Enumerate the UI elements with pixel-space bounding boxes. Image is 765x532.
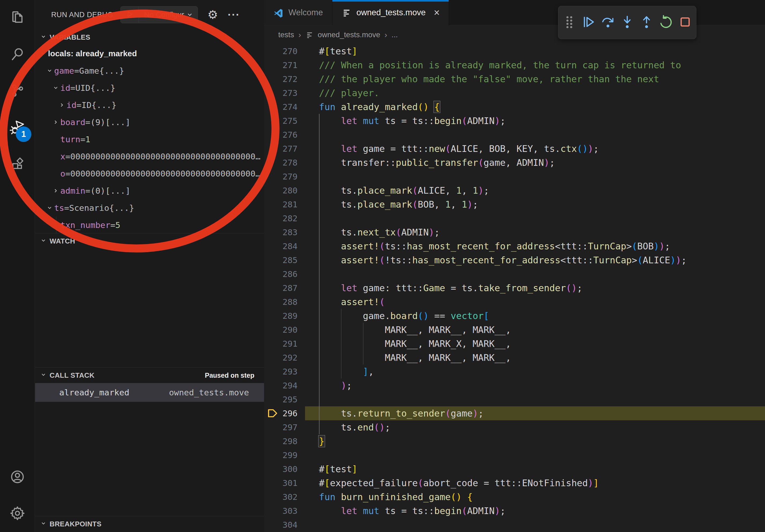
step-into-button[interactable]	[619, 14, 635, 31]
code-line-content[interactable]: let mut ts = ts::begin(ADMIN);	[305, 114, 765, 128]
line-number[interactable]: 291	[264, 337, 305, 351]
line-number[interactable]: 293	[264, 365, 305, 379]
variable-row[interactable]: board = (9)[...]	[35, 114, 264, 131]
line-number[interactable]: 302	[264, 490, 305, 504]
activity-bar-item-settings[interactable]	[0, 496, 35, 532]
chevron-right-icon[interactable]	[51, 187, 60, 194]
line-number[interactable]: 292	[264, 351, 305, 365]
code-line-content[interactable]: ts.place_mark(BOB, 1, 1);	[305, 197, 765, 211]
code-line-content[interactable]	[305, 448, 765, 462]
code-line-content[interactable]: let game = ttt::new(ALICE, BOB, KEY, ts.…	[305, 142, 765, 155]
variable-row[interactable]: o = 000000000000000000000000000000000000…	[35, 165, 264, 182]
chevron-down-icon[interactable]	[51, 84, 60, 91]
line-number[interactable]: 273	[264, 86, 305, 100]
breakpoints-section-header[interactable]: BREAKPOINTS	[35, 516, 264, 532]
code-line-content[interactable]: ],	[305, 365, 765, 379]
config-dropdown-label[interactable]: No Configur	[139, 10, 186, 19]
chevron-right-icon[interactable]	[51, 119, 60, 126]
code-line-content[interactable]: assert!(	[305, 295, 765, 309]
chevron-down-icon[interactable]	[39, 50, 48, 57]
line-number[interactable]: 287	[264, 281, 305, 295]
line-number[interactable]: 286	[264, 267, 305, 281]
code-line-content[interactable]	[305, 267, 765, 281]
activity-bar-item-explorer[interactable]	[0, 0, 35, 36]
line-number[interactable]: 279	[264, 169, 305, 183]
variable-row[interactable]: locals: already_marked	[35, 45, 264, 62]
code-line-content[interactable]: let mut ts = ts::begin(ADMIN);	[305, 504, 765, 518]
code-line-content[interactable]	[305, 393, 765, 406]
line-number[interactable]: 283	[264, 225, 305, 239]
variable-row[interactable]: ts = Scenario{...}	[35, 199, 264, 216]
line-number[interactable]: 284	[264, 239, 305, 253]
code-line-content[interactable]: ts.return_to_sender(game);	[305, 406, 765, 420]
breadcrumb-tests[interactable]: tests	[278, 31, 294, 39]
code-line-content[interactable]: ts.place_mark(ALICE, 1, 1);	[305, 183, 765, 197]
code-line-content[interactable]: /// player.	[305, 86, 765, 100]
code-line-content[interactable]: }	[305, 434, 765, 448]
code-line-content[interactable]: #[test]	[305, 44, 765, 58]
line-number[interactable]: 275	[264, 114, 305, 128]
activity-bar-item-source-control[interactable]	[0, 73, 35, 109]
line-number[interactable]: 294	[264, 379, 305, 393]
code-line-content[interactable]	[305, 128, 765, 142]
chevron-down-icon[interactable]	[45, 204, 54, 211]
activity-bar-item-accounts[interactable]	[0, 459, 35, 496]
line-number[interactable]: 298	[264, 434, 305, 448]
line-number[interactable]: 276	[264, 128, 305, 142]
launch-config-dropdown[interactable]: No Configur	[120, 6, 198, 23]
line-number[interactable]: 303	[264, 504, 305, 518]
close-tab-icon[interactable]: ×	[434, 8, 439, 18]
line-number[interactable]: 277	[264, 142, 305, 155]
line-number[interactable]: 280	[264, 183, 305, 197]
code-line-content[interactable]: fun burn_unfinished_game() {	[305, 490, 765, 504]
debug-settings-gear-icon[interactable]: ⚙	[208, 9, 218, 21]
code-line-content[interactable]: #[expected_failure(abort_code = ttt::ENo…	[305, 476, 765, 490]
activity-bar-item-extensions[interactable]	[0, 146, 35, 182]
code-line-content[interactable]	[305, 211, 765, 225]
code-line-content[interactable]: MARK__, MARK_X, MARK__,	[305, 337, 765, 351]
line-number[interactable]: 299	[264, 448, 305, 462]
variables-section-header[interactable]: VARIABLES	[35, 30, 264, 45]
call-stack-section-header[interactable]: CALL STACK Paused on step	[35, 368, 264, 383]
code-line-content[interactable]: fun already_marked() {	[305, 100, 765, 114]
more-actions-icon[interactable]: ···	[228, 9, 240, 21]
line-number[interactable]: 270	[264, 44, 305, 58]
step-out-button[interactable]	[638, 14, 655, 31]
call-stack-frame-row[interactable]: already_marked owned_tests.move	[35, 383, 264, 402]
line-number[interactable]: 289	[264, 309, 305, 323]
line-number[interactable]: 274	[264, 100, 305, 114]
line-number[interactable]: 295	[264, 393, 305, 406]
stop-button[interactable]	[677, 14, 693, 31]
code-line-content[interactable]	[305, 169, 765, 183]
line-number[interactable]: 281	[264, 197, 305, 211]
variable-row[interactable]: x = 000000000000000000000000000000000000…	[35, 148, 264, 165]
code-line-content[interactable]: /// the player who made the "false" move…	[305, 72, 765, 86]
step-over-button[interactable]	[600, 14, 616, 31]
continue-button[interactable]	[580, 14, 597, 31]
tab-welcome[interactable]: Welcome	[264, 0, 333, 25]
line-number[interactable]: 278	[264, 155, 305, 169]
variable-row[interactable]: id = UID{...}	[35, 79, 264, 97]
line-number[interactable]: 282	[264, 211, 305, 225]
restart-button[interactable]	[657, 14, 674, 31]
code-line-content[interactable]: ts.end();	[305, 420, 765, 434]
code-line-content[interactable]: #[test]	[305, 462, 765, 476]
breadcrumb-symbol[interactable]: ...	[391, 31, 398, 39]
code-line-content[interactable]: );	[305, 379, 765, 393]
line-number[interactable]: 272	[264, 72, 305, 86]
code-line-content[interactable]	[305, 518, 765, 532]
line-number[interactable]: 285	[264, 253, 305, 267]
code-line-content[interactable]: assert!(ts::has_most_recent_for_address<…	[305, 239, 765, 253]
activity-bar-item-search[interactable]	[0, 36, 35, 73]
code-line-content[interactable]: MARK__, MARK__, MARK__,	[305, 351, 765, 365]
line-number[interactable]: 290	[264, 323, 305, 337]
variable-row[interactable]: id = ID{...}	[35, 97, 264, 114]
start-debug-button[interactable]	[121, 6, 139, 23]
code-line-content[interactable]: ts.next_tx(ADMIN);	[305, 225, 765, 239]
breadcrumb-file[interactable]: owned_tests.move	[318, 31, 380, 39]
chevron-right-icon[interactable]	[57, 102, 67, 109]
code-line-content[interactable]: game.board() == vector[	[305, 309, 765, 323]
line-number[interactable]: 304	[264, 518, 305, 532]
line-number[interactable]: 296	[264, 406, 305, 420]
code-line-content[interactable]: transfer::public_transfer(game, ADMIN);	[305, 155, 765, 169]
